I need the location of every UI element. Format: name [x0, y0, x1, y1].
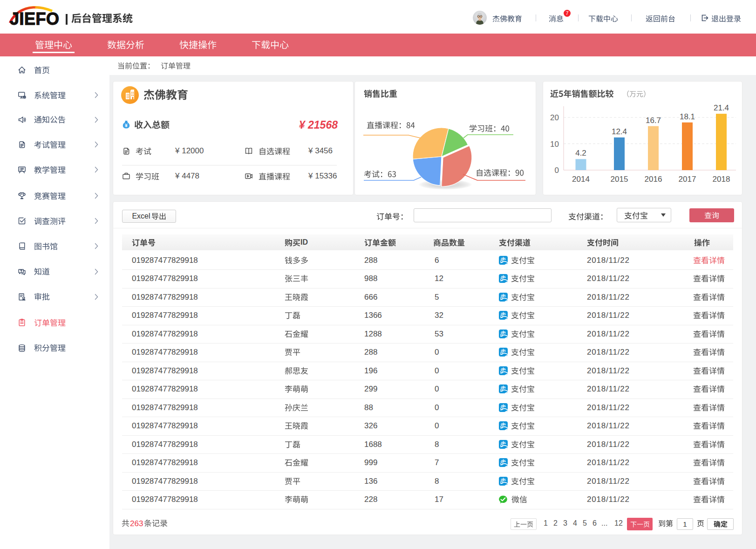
svg-text:16.7: 16.7: [646, 116, 661, 125]
svg-text:4.2: 4.2: [575, 149, 586, 158]
svg-text:2016: 2016: [645, 175, 662, 184]
svg-text:0: 0: [555, 166, 559, 175]
svg-text:2015: 2015: [611, 175, 628, 184]
svg-text:10: 10: [550, 140, 559, 149]
svg-text:12.4: 12.4: [612, 127, 627, 136]
svg-text:20: 20: [550, 113, 559, 122]
svg-text:2018: 2018: [713, 175, 730, 184]
svg-text:18.1: 18.1: [680, 112, 695, 121]
svg-text:2014: 2014: [572, 175, 590, 184]
svg-text:21.4: 21.4: [714, 103, 729, 112]
svg-text:2017: 2017: [679, 175, 696, 184]
